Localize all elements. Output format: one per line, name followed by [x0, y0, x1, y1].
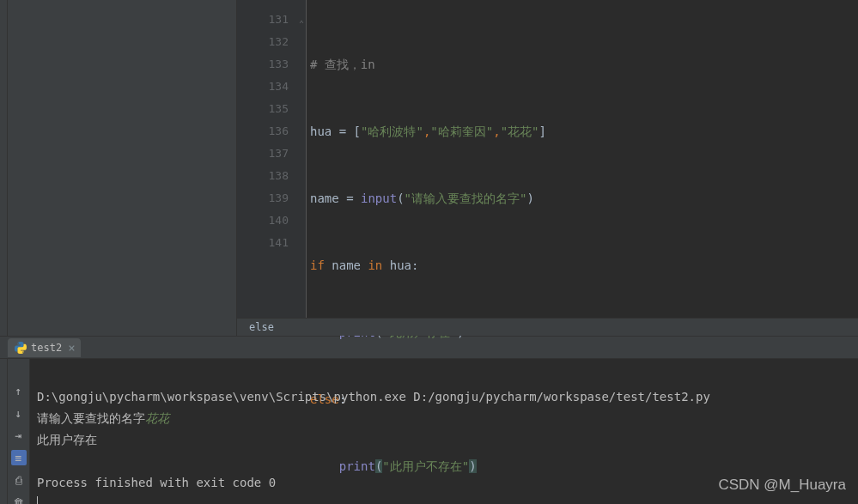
console-line: Process finished with exit code 0	[37, 476, 276, 489]
console-line: 此用户存在	[37, 433, 97, 446]
line-number[interactable]: 134	[237, 76, 306, 98]
line-number[interactable]: 131⌃	[237, 9, 306, 31]
watermark: CSDN @M_Huayra	[718, 477, 846, 494]
line-number[interactable]: 141	[237, 232, 306, 254]
run-toolbar: ↑ ↓ ⇥ ≡ ⎙ 🗑	[8, 359, 30, 504]
line-number[interactable]: 139	[237, 187, 306, 209]
code-comment: # 查找，in	[310, 58, 375, 71]
line-number[interactable]: 140	[237, 209, 306, 232]
line-number[interactable]: 138	[237, 165, 306, 187]
line-number[interactable]: 137	[237, 143, 306, 165]
python-icon	[15, 342, 27, 354]
fold-indicator-icon[interactable]: ⌃	[295, 13, 304, 21]
breadcrumb-item[interactable]: else	[249, 321, 274, 333]
line-number[interactable]: 135	[237, 98, 306, 120]
editor-area: 131⌃ 132 133 134 135 136 137 138 139 140…	[237, 0, 858, 336]
arrow-up-icon[interactable]: ↑	[11, 383, 27, 398]
project-tree-panel[interactable]	[8, 0, 237, 336]
close-icon[interactable]: ×	[68, 341, 75, 355]
line-number[interactable]: 136	[237, 120, 306, 143]
scroll-to-end-icon[interactable]: ≡	[11, 450, 27, 465]
line-number[interactable]: 133	[237, 53, 306, 76]
trash-icon[interactable]: 🗑	[11, 495, 27, 504]
line-number[interactable]: 132	[237, 31, 306, 53]
console-prompt: 请输入要查找的名字	[37, 411, 145, 425]
project-tool-stripe[interactable]	[0, 0, 8, 336]
breadcrumb[interactable]: else	[237, 318, 858, 336]
arrow-down-icon[interactable]: ↓	[11, 405, 27, 421]
editor-gutter[interactable]: 131⌃ 132 133 134 135 136 137 138 139 140…	[237, 0, 306, 318]
run-tab-test2[interactable]: test2 ×	[8, 338, 81, 357]
console-user-input: 花花	[145, 411, 169, 425]
soft-wrap-icon[interactable]: ⇥	[11, 428, 27, 443]
terminal-left-stripe	[0, 359, 8, 504]
run-tab-label: test2	[31, 342, 62, 354]
console-line: D:\gongju\pycharm\workspase\venv\Scripts…	[37, 390, 710, 404]
code-editor[interactable]: # 查找，in hua = ["哈利波特","哈莉奎因","花花"] name …	[306, 0, 858, 318]
cursor	[37, 496, 38, 504]
print-icon[interactable]: ⎙	[11, 472, 27, 488]
